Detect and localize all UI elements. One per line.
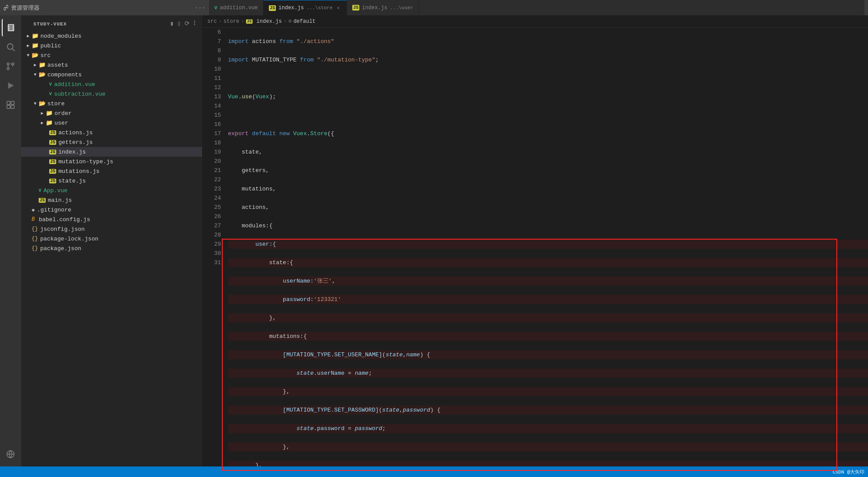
tree-label: subtraction.vue (54, 91, 105, 97)
activity-bar (0, 15, 21, 466)
tree-label: actions.js (58, 129, 93, 136)
tree-item-src[interactable]: ▼ 📂 src (21, 50, 202, 60)
tree-item-user[interactable]: ▶ 📁 user (21, 118, 202, 128)
extensions-activity-icon[interactable] (2, 96, 19, 114)
editor-area: src › store › JS index.js › ⊙ default 6 … (202, 15, 868, 466)
vue-file-icon: V (49, 92, 52, 97)
title-bar: ☍ 资源管理器 ··· V addition.vue JS index.js .… (0, 0, 868, 15)
folder-open-icon: 📂 (32, 52, 39, 59)
code-line-19: userName:'张三', (228, 276, 868, 286)
tree-label: state.js (58, 178, 86, 184)
tree-item-mutations-js[interactable]: JS mutations.js (21, 166, 202, 176)
code-line-9: Vue.use(Vuex); (228, 92, 868, 101)
tree-item-actions-js[interactable]: JS actions.js (21, 128, 202, 137)
refresh-icon[interactable]: ⟳ (184, 19, 191, 28)
collapse-arrow-open: ▼ (32, 72, 39, 77)
tree-item-addition-vue[interactable]: V addition.vue (21, 79, 202, 89)
svg-point-3 (7, 68, 9, 70)
tab-close-icon[interactable]: ✕ (335, 5, 341, 11)
code-line-13: getters, (228, 166, 868, 175)
tree-item-assets[interactable]: ▶ 📁 assets (21, 60, 202, 70)
js-icon: JS (269, 5, 276, 11)
code-line-24: state.userName = name; (228, 369, 868, 378)
folder-icon: 📁 (32, 42, 39, 49)
breadcrumb-src: src (207, 18, 217, 25)
tree-label: mutation-type.js (58, 158, 113, 165)
tree-label: public (40, 43, 61, 49)
code-line-22: mutations:{ (228, 332, 868, 341)
tree-item-main-js[interactable]: JS main.js (21, 195, 202, 205)
json-icon: {} (32, 226, 38, 232)
tree-item-app-vue[interactable]: V App.vue (21, 186, 202, 195)
code-line-11: export default new Vuex.Store({ (228, 129, 868, 138)
code-content: import actions from "./actions" import M… (226, 28, 868, 466)
tree-item-node_modules[interactable]: ▶ 📁 node_modules (21, 31, 202, 41)
tab-suffix: ...\user (390, 5, 413, 11)
js-file-icon: JS (49, 159, 56, 164)
tab-index-js-store[interactable]: JS index.js ...\store ✕ (264, 0, 347, 15)
more-options-icon[interactable]: ··· (195, 4, 206, 11)
js-file-icon: JS (49, 169, 56, 174)
tree-item-public[interactable]: ▶ 📁 public (21, 41, 202, 50)
tree-item-package-lock[interactable]: {} package-lock.json (21, 234, 202, 244)
code-line-17: user:{ (228, 240, 868, 249)
code-line-21: }, (228, 313, 868, 323)
folder-icon: 📁 (46, 119, 53, 126)
tree-item-store[interactable]: ▼ 📂 store (21, 99, 202, 108)
code-line-20: password:'123321' (228, 295, 868, 304)
sidebar-toolbar: STUDY-VUEX ▮ ▯ ⟳ ⠇ (21, 15, 202, 31)
js-icon: JS (352, 5, 359, 11)
tree-item-index-js[interactable]: JS index.js (21, 147, 202, 157)
new-folder-icon[interactable]: ▯ (177, 19, 182, 28)
svg-rect-8 (11, 101, 14, 104)
tree-label: .gitignore (37, 207, 71, 213)
explorer-activity-icon[interactable] (2, 19, 19, 36)
breadcrumb-sep: › (283, 18, 286, 25)
new-file-icon[interactable]: ▮ (169, 19, 174, 28)
code-line-25: }, (228, 387, 868, 396)
vue-icon: V (214, 5, 217, 11)
run-activity-icon[interactable] (2, 77, 19, 94)
tree-item-order[interactable]: ▶ 📁 order (21, 108, 202, 118)
tree-item-components[interactable]: ▼ 📂 components (21, 70, 202, 79)
search-activity-icon[interactable] (2, 38, 19, 56)
breadcrumb-indexjs: index.js (257, 18, 282, 25)
vue-file-icon: V (49, 82, 52, 87)
tree-item-state-js[interactable]: JS state.js (21, 176, 202, 186)
tree-label: App.vue (43, 187, 68, 194)
tree-item-getters-js[interactable]: JS getters.js (21, 137, 202, 147)
breadcrumb-icon: ⊙ (289, 18, 292, 25)
tree-item-jsconfig[interactable]: {} jsconfig.json (21, 224, 202, 234)
vue-file-icon: V (39, 188, 41, 193)
svg-marker-6 (8, 82, 14, 89)
tabs-container: V addition.vue JS index.js ...\store ✕ J… (209, 0, 864, 15)
collapse-arrow: ▶ (39, 111, 46, 116)
tab-label: addition.vue (220, 5, 258, 11)
code-line-16: modules:{ (228, 221, 868, 230)
code-line-6: import actions from "./actions" (228, 37, 868, 46)
breadcrumb-sep: › (241, 18, 244, 25)
tab-index-js-user[interactable]: JS index.js ...\user (347, 0, 419, 15)
tree-item-babel-config[interactable]: B babel.config.js (21, 215, 202, 224)
code-line-23: [MUTATION_TYPE.SET_USER_NAME](state,name… (228, 350, 868, 359)
tree-label: mutations.js (58, 168, 100, 175)
tree-item-subtraction-vue[interactable]: V subtraction.vue (21, 89, 202, 99)
tree-item-package-json[interactable]: {} package.json (21, 244, 202, 253)
tree-item-gitignore[interactable]: ◆ .gitignore (21, 205, 202, 215)
tree-label: addition.vue (54, 81, 95, 88)
folder-icon: 📁 (39, 61, 46, 68)
gitignore-icon: ◆ (32, 207, 35, 213)
source-control-activity-icon[interactable] (2, 57, 19, 75)
collapse-icon[interactable]: ⠇ (192, 19, 199, 28)
tab-label: index.js (362, 5, 387, 11)
tab-addition-vue[interactable]: V addition.vue (209, 0, 264, 15)
tab-label: index.js (278, 5, 304, 11)
status-bar: CSDN @大矢印 (0, 466, 868, 477)
tree-label: package.json (40, 245, 81, 252)
breadcrumb-store: store (224, 18, 239, 25)
tree-label: getters.js (58, 139, 93, 146)
json-icon: {} (32, 236, 38, 242)
tree-item-mutation-type-js[interactable]: JS mutation-type.js (21, 157, 202, 166)
code-editor[interactable]: 6 7 8 9 10 11 12 13 14 15 16 17 18 19 20… (202, 28, 868, 466)
remote-activity-icon[interactable] (2, 445, 19, 463)
